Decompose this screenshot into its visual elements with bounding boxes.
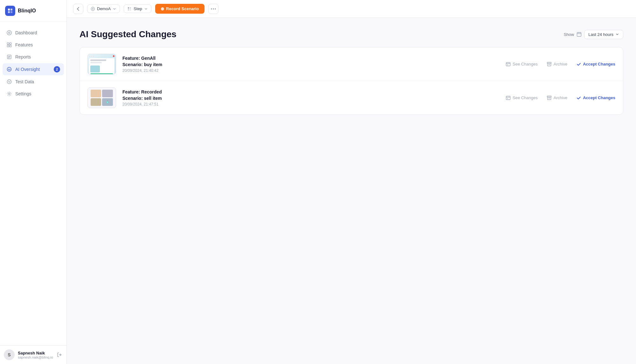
demo-selector[interactable]: DemoA xyxy=(87,4,120,13)
accept-changes-label-2: Accept Changes xyxy=(583,95,615,100)
ai-oversight-icon xyxy=(6,66,12,72)
suggestion-row: CONFIRM Feature: GenAll Scenario: buy it… xyxy=(80,47,623,81)
svg-rect-37 xyxy=(506,96,510,100)
svg-rect-24 xyxy=(130,9,131,10)
chevron-down-icon xyxy=(615,32,619,36)
see-changes-icon xyxy=(506,62,511,67)
accept-changes-button-2[interactable]: Accept Changes xyxy=(576,95,615,100)
see-changes-button-2[interactable]: See Changes xyxy=(506,95,538,100)
show-filter: Show Last 24 hours xyxy=(564,30,623,39)
logout-button[interactable] xyxy=(56,352,63,358)
accept-changes-label-1: Accept Changes xyxy=(583,62,615,66)
svg-point-20 xyxy=(92,8,93,10)
see-changes-label-1: See Changes xyxy=(513,62,538,66)
demo-label: DemoA xyxy=(97,6,111,11)
topbar: DemoA Step Record Scenario xyxy=(67,0,636,18)
svg-point-25 xyxy=(211,8,212,9)
svg-point-15 xyxy=(8,69,9,69)
sidebar: BlinqIO Dashboard Features xyxy=(0,0,67,364)
svg-rect-39 xyxy=(507,98,508,99)
sidebar-item-reports-label: Reports xyxy=(15,54,31,59)
svg-rect-0 xyxy=(8,9,10,10)
svg-point-27 xyxy=(215,8,216,9)
suggestion-title-1: Feature: GenAll Scenario: buy item xyxy=(122,55,499,68)
svg-rect-21 xyxy=(128,7,129,9)
suggestion-date-1: 20/09/2024, 21:40:42 xyxy=(122,68,499,73)
sidebar-item-test-data[interactable]: Test Data xyxy=(3,76,64,87)
svg-rect-8 xyxy=(7,45,9,47)
suggestion-info-2: Feature: Recorded Scenario: sell item 20… xyxy=(122,89,499,106)
test-data-icon xyxy=(6,79,12,85)
row-actions-2: See Changes Archive Accept Changes xyxy=(506,95,615,100)
user-email: sapnesh.naik@blinq.io xyxy=(18,355,53,359)
record-scenario-button[interactable]: Record Scenario xyxy=(155,4,204,14)
see-changes-icon-2 xyxy=(506,95,511,100)
sidebar-item-settings[interactable]: Settings xyxy=(3,88,64,100)
suggestions-list: CONFIRM Feature: GenAll Scenario: buy it… xyxy=(80,47,623,115)
accept-icon-1 xyxy=(576,62,581,67)
ai-oversight-badge: 2 xyxy=(54,66,60,72)
sidebar-item-features[interactable]: Features xyxy=(3,39,64,51)
svg-rect-3 xyxy=(10,11,12,13)
user-name: Sapnesh Naik xyxy=(18,351,53,355)
sidebar-item-features-label: Features xyxy=(15,42,33,47)
page-header: AI Suggested Changes Show Last 24 hours xyxy=(80,29,623,39)
main-content: AI Suggested Changes Show Last 24 hours xyxy=(67,18,636,364)
step-label: Step xyxy=(134,6,142,11)
features-icon xyxy=(6,42,12,48)
calendar-icon xyxy=(577,32,582,37)
user-profile: S Sapnesh Naik sapnesh.naik@blinq.io xyxy=(0,345,66,364)
sidebar-item-test-data-label: Test Data xyxy=(15,79,34,84)
svg-rect-23 xyxy=(128,9,129,10)
show-label: Show xyxy=(564,32,574,37)
step-selector[interactable]: Step xyxy=(124,4,151,13)
logo-icon xyxy=(5,6,15,16)
svg-rect-1 xyxy=(10,9,12,10)
accept-changes-button-1[interactable]: Accept Changes xyxy=(576,62,615,67)
sidebar-nav: Dashboard Features xyxy=(0,22,66,345)
sidebar-logo: BlinqIO xyxy=(0,0,66,22)
archive-button-2[interactable]: Archive xyxy=(547,95,567,100)
accept-icon-2 xyxy=(576,95,581,100)
record-label: Record Scenario xyxy=(166,6,199,11)
svg-rect-2 xyxy=(8,11,10,13)
svg-rect-35 xyxy=(547,62,551,64)
sidebar-item-ai-oversight-label: AI Oversight xyxy=(15,67,40,72)
svg-rect-6 xyxy=(7,43,9,45)
sidebar-item-reports[interactable]: Reports xyxy=(3,51,64,63)
svg-point-26 xyxy=(213,8,214,9)
reports-icon xyxy=(6,54,12,60)
svg-point-16 xyxy=(10,69,10,69)
sidebar-item-dashboard[interactable]: Dashboard xyxy=(3,27,64,38)
filter-dropdown[interactable]: Last 24 hours xyxy=(584,30,623,39)
svg-rect-34 xyxy=(507,64,508,65)
app-name: BlinqIO xyxy=(18,8,36,14)
page-title: AI Suggested Changes xyxy=(80,29,176,39)
dashboard-icon xyxy=(6,30,12,36)
row-actions-1: See Changes Archive Accept Changes xyxy=(506,62,615,67)
suggestion-thumbnail-1: CONFIRM xyxy=(87,54,116,74)
archive-icon-1 xyxy=(547,62,552,67)
sidebar-item-ai-oversight[interactable]: AI Oversight 2 xyxy=(3,63,64,75)
svg-point-17 xyxy=(7,80,11,84)
more-options-button[interactable] xyxy=(208,4,218,14)
svg-rect-9 xyxy=(10,45,11,47)
svg-rect-22 xyxy=(130,7,131,9)
svg-rect-28 xyxy=(577,33,581,37)
suggestion-title-2: Feature: Recorded Scenario: sell item xyxy=(122,89,499,101)
svg-rect-32 xyxy=(506,62,510,66)
user-info: Sapnesh Naik sapnesh.naik@blinq.io xyxy=(18,351,53,359)
svg-rect-40 xyxy=(547,96,551,97)
see-changes-button-1[interactable]: See Changes xyxy=(506,62,538,67)
collapse-sidebar-button[interactable] xyxy=(73,4,83,14)
archive-label-1: Archive xyxy=(554,62,567,66)
svg-rect-7 xyxy=(10,43,11,45)
record-dot xyxy=(161,7,164,10)
svg-point-18 xyxy=(9,93,10,95)
sidebar-item-settings-label: Settings xyxy=(15,91,31,96)
suggestion-info-1: Feature: GenAll Scenario: buy item 20/09… xyxy=(122,55,499,73)
svg-point-14 xyxy=(7,67,11,72)
filter-label: Last 24 hours xyxy=(588,32,613,37)
svg-point-4 xyxy=(7,31,11,35)
archive-button-1[interactable]: Archive xyxy=(547,62,567,67)
